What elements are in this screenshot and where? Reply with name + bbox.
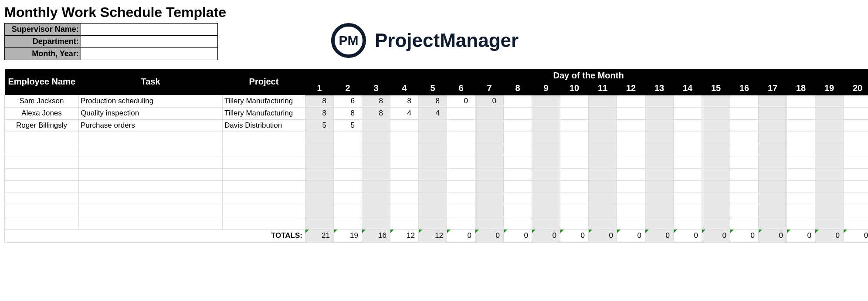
day-cell[interactable]: [844, 193, 868, 205]
day-input[interactable]: [476, 120, 500, 131]
day-cell[interactable]: [447, 205, 475, 217]
day-input[interactable]: [363, 218, 387, 229]
day-cell[interactable]: [617, 132, 645, 144]
day-cell[interactable]: [560, 217, 589, 229]
day-input[interactable]: [702, 206, 726, 216]
day-input[interactable]: [419, 96, 443, 107]
task-input[interactable]: [81, 157, 222, 168]
day-cell[interactable]: [390, 180, 419, 193]
day-input[interactable]: [448, 193, 471, 204]
day-cell[interactable]: [475, 193, 504, 205]
day-input[interactable]: [646, 132, 670, 143]
day-input[interactable]: [702, 193, 726, 204]
day-cell[interactable]: [730, 156, 759, 168]
day-input[interactable]: [448, 169, 471, 180]
task-input[interactable]: [81, 108, 222, 119]
day-input[interactable]: [504, 206, 528, 216]
day-cell[interactable]: [334, 205, 362, 217]
day-input[interactable]: [816, 181, 840, 192]
day-input[interactable]: [476, 169, 500, 180]
day-cell[interactable]: [334, 144, 362, 156]
day-cell[interactable]: [305, 132, 334, 144]
task-cell[interactable]: [79, 95, 223, 107]
day-input[interactable]: [419, 181, 443, 192]
day-input[interactable]: [759, 193, 783, 204]
day-input[interactable]: [561, 169, 585, 180]
day-cell[interactable]: [504, 168, 532, 180]
task-cell[interactable]: [79, 180, 223, 193]
day-input[interactable]: [419, 169, 443, 180]
day-cell[interactable]: [447, 168, 475, 180]
day-cell[interactable]: [730, 95, 759, 107]
day-cell[interactable]: [419, 132, 447, 144]
day-input[interactable]: [306, 120, 330, 131]
day-cell[interactable]: [475, 144, 504, 156]
day-cell[interactable]: [334, 180, 362, 193]
employee-input[interactable]: [5, 96, 78, 107]
day-cell[interactable]: [730, 168, 759, 180]
day-input[interactable]: [787, 145, 811, 156]
day-input[interactable]: [787, 120, 811, 131]
day-cell[interactable]: [844, 156, 868, 168]
day-cell[interactable]: [419, 156, 447, 168]
day-input[interactable]: [816, 132, 840, 143]
day-cell[interactable]: [645, 217, 674, 229]
day-cell[interactable]: [390, 132, 419, 144]
day-cell[interactable]: [674, 168, 702, 180]
day-cell[interactable]: [645, 168, 674, 180]
day-input[interactable]: [334, 218, 358, 229]
day-input[interactable]: [334, 206, 358, 216]
day-input[interactable]: [589, 132, 613, 143]
day-input[interactable]: [306, 132, 330, 143]
day-cell[interactable]: [419, 205, 447, 217]
employee-cell[interactable]: [5, 95, 79, 107]
day-cell[interactable]: [447, 180, 475, 193]
day-cell[interactable]: [419, 144, 447, 156]
day-input[interactable]: [674, 193, 698, 204]
day-input[interactable]: [589, 145, 613, 156]
day-cell[interactable]: [815, 132, 844, 144]
day-cell[interactable]: [504, 180, 532, 193]
project-input[interactable]: [224, 181, 305, 192]
project-input[interactable]: [224, 145, 305, 156]
day-input[interactable]: [532, 120, 556, 131]
day-input[interactable]: [787, 206, 811, 216]
day-input[interactable]: [731, 218, 755, 229]
day-input[interactable]: [476, 145, 500, 156]
department-input-cell[interactable]: [81, 36, 217, 48]
day-input[interactable]: [816, 169, 840, 180]
day-input[interactable]: [532, 169, 556, 180]
day-input[interactable]: [476, 132, 500, 143]
day-cell[interactable]: [645, 193, 674, 205]
day-cell[interactable]: [475, 107, 504, 119]
day-cell[interactable]: [730, 180, 759, 193]
day-cell[interactable]: [674, 119, 702, 132]
day-cell[interactable]: [617, 193, 645, 205]
day-input[interactable]: [589, 157, 613, 168]
day-cell[interactable]: [475, 132, 504, 144]
day-cell[interactable]: [702, 119, 730, 132]
day-input[interactable]: [844, 108, 868, 119]
day-input[interactable]: [731, 157, 755, 168]
day-cell[interactable]: [362, 205, 390, 217]
day-input[interactable]: [306, 181, 330, 192]
task-cell[interactable]: [79, 156, 223, 168]
day-input[interactable]: [787, 96, 811, 107]
day-input[interactable]: [759, 157, 783, 168]
project-input[interactable]: [224, 157, 305, 168]
day-input[interactable]: [363, 193, 387, 204]
day-input[interactable]: [702, 145, 726, 156]
day-input[interactable]: [476, 157, 500, 168]
day-cell[interactable]: [645, 119, 674, 132]
day-input[interactable]: [702, 169, 726, 180]
day-input[interactable]: [448, 96, 471, 107]
day-input[interactable]: [306, 157, 330, 168]
day-cell[interactable]: [334, 156, 362, 168]
day-cell[interactable]: [759, 193, 787, 205]
day-cell[interactable]: [702, 95, 730, 107]
task-cell[interactable]: [79, 217, 223, 229]
day-input[interactable]: [532, 181, 556, 192]
employee-cell[interactable]: [5, 144, 79, 156]
day-input[interactable]: [731, 145, 755, 156]
day-input[interactable]: [334, 193, 358, 204]
